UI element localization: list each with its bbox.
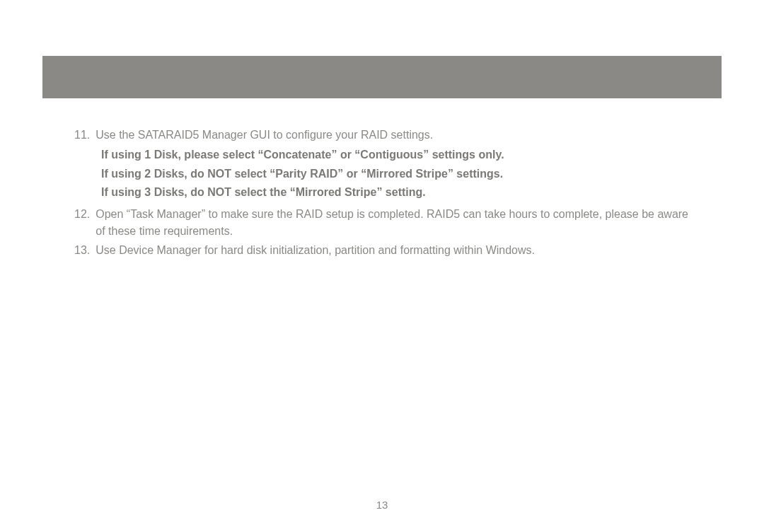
- list-number-13: 13.: [74, 242, 96, 258]
- header-bar: [42, 56, 722, 98]
- list-item: 11. Use the SATARAID5 Manager GUI to con…: [74, 127, 690, 143]
- list-item: 12. Open “Task Manager” to make sure the…: [74, 206, 690, 238]
- list-text-11: Use the SATARAID5 Manager GUI to configu…: [96, 127, 690, 143]
- list-number-12: 12.: [74, 206, 96, 238]
- page-number: 13: [376, 499, 388, 511]
- list-text-12: Open “Task Manager” to make sure the RAI…: [96, 206, 690, 238]
- content-area: 11. Use the SATARAID5 Manager GUI to con…: [42, 127, 722, 258]
- list-item-11-block: 11. Use the SATARAID5 Manager GUI to con…: [74, 127, 690, 202]
- bold-note-2disks: If using 2 Disks, do NOT select “Parity …: [101, 165, 690, 183]
- bold-note-3disks: If using 3 Disks, do NOT select the “Mir…: [101, 183, 690, 202]
- list-text-13: Use Device Manager for hard disk initial…: [96, 242, 690, 258]
- list-item: 13. Use Device Manager for hard disk ini…: [74, 242, 690, 258]
- bold-note-1disk: If using 1 Disk, please select “Concaten…: [101, 146, 690, 164]
- page-container: 11. Use the SATARAID5 Manager GUI to con…: [0, 0, 764, 532]
- list-number-11: 11.: [74, 127, 96, 143]
